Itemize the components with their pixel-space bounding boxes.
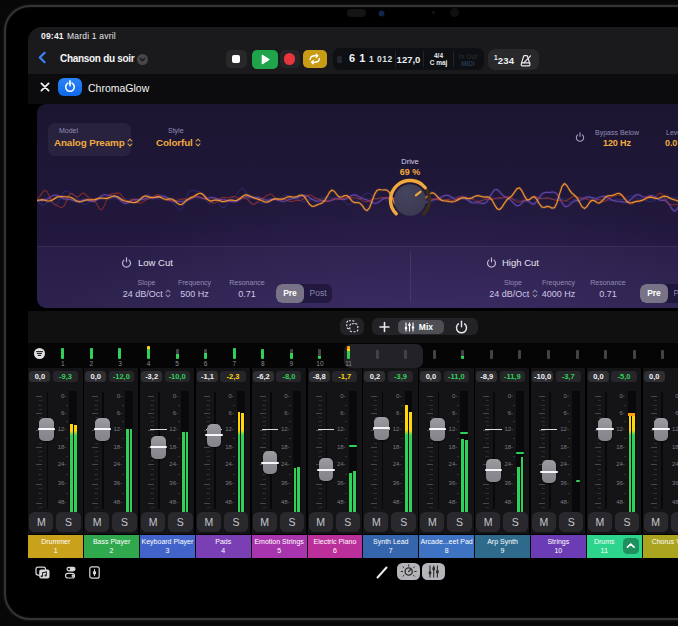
highcut-prepost-segment[interactable]: Pre Post bbox=[640, 284, 678, 303]
track-name-tile[interactable]: Drummer1 bbox=[28, 535, 84, 558]
volume-value[interactable]: -8,9 bbox=[476, 371, 497, 383]
title-dropdown-button[interactable] bbox=[137, 54, 148, 65]
mute-button[interactable]: M bbox=[644, 512, 668, 532]
mute-button[interactable]: M bbox=[29, 512, 53, 532]
plugin-power-button[interactable] bbox=[58, 78, 82, 96]
lowcut-prepost-segment[interactable]: Pre Post bbox=[276, 284, 332, 303]
plugins-icon[interactable] bbox=[64, 566, 77, 579]
mute-button[interactable]: M bbox=[420, 512, 444, 532]
record-button[interactable] bbox=[280, 50, 300, 68]
loops-browser-icon[interactable] bbox=[35, 566, 51, 579]
mute-button[interactable]: M bbox=[532, 512, 556, 532]
lowcut-res-value[interactable]: 0.71 bbox=[212, 289, 282, 299]
close-icon[interactable] bbox=[40, 82, 50, 92]
fader-cap[interactable] bbox=[374, 417, 389, 440]
solo-button[interactable]: S bbox=[280, 512, 305, 532]
style-value[interactable]: Colorful bbox=[156, 137, 201, 148]
fader-cap[interactable] bbox=[430, 418, 445, 441]
mute-button[interactable]: M bbox=[197, 512, 221, 532]
mute-button[interactable]: M bbox=[253, 512, 277, 532]
fader-cap[interactable] bbox=[598, 418, 613, 441]
mute-button[interactable]: M bbox=[476, 512, 500, 532]
fader-cap[interactable] bbox=[207, 424, 222, 447]
level-value[interactable]: 0.0 bbox=[665, 138, 677, 148]
solo-button[interactable]: S bbox=[56, 512, 81, 532]
fader-cap[interactable] bbox=[263, 451, 278, 474]
solo-button[interactable]: S bbox=[671, 512, 678, 532]
mute-button[interactable]: M bbox=[364, 512, 388, 532]
peak-value[interactable]: -1,7 bbox=[332, 371, 357, 383]
fader-panel-icon[interactable] bbox=[89, 566, 100, 579]
mute-button[interactable]: M bbox=[588, 512, 612, 532]
lowcut-pre[interactable]: Pre bbox=[276, 284, 304, 303]
filter-button[interactable] bbox=[34, 348, 45, 359]
countin-metronome-group[interactable]: 1234 bbox=[488, 49, 539, 70]
fader-cap[interactable] bbox=[486, 459, 501, 482]
drive-knob[interactable] bbox=[388, 176, 433, 221]
track-name-tile[interactable]: Electric Piano6 bbox=[308, 535, 364, 558]
bypass-value[interactable]: 120 Hz bbox=[603, 138, 631, 148]
peak-value[interactable]: -5,0 bbox=[611, 371, 636, 383]
play-button[interactable] bbox=[252, 50, 278, 69]
peak-value[interactable]: -3,9 bbox=[388, 371, 413, 383]
back-chevron-icon[interactable] bbox=[36, 51, 49, 64]
track-name-tile[interactable]: Strings10 bbox=[531, 535, 587, 558]
track-power-icon[interactable] bbox=[454, 320, 469, 334]
track-name-tile[interactable]: Arp Synth9 bbox=[475, 535, 531, 558]
peak-value[interactable]: -2,3 bbox=[220, 371, 245, 383]
volume-value[interactable]: -10,0 bbox=[532, 371, 553, 383]
volume-value[interactable]: 0,0 bbox=[588, 371, 609, 383]
volume-value[interactable]: -1,1 bbox=[197, 371, 218, 383]
peak-value[interactable]: -9,3 bbox=[53, 371, 78, 383]
fader-cap[interactable] bbox=[654, 418, 669, 441]
solo-button[interactable]: S bbox=[112, 512, 137, 532]
fader-cap[interactable] bbox=[319, 458, 334, 481]
lowcut-post[interactable]: Post bbox=[304, 284, 332, 303]
bypass-power-icon[interactable] bbox=[575, 132, 585, 142]
solo-button[interactable]: S bbox=[503, 512, 528, 532]
collapse-chevron-button[interactable] bbox=[623, 538, 639, 554]
model-value[interactable]: Analog Preamp bbox=[54, 137, 133, 148]
lowcut-power-icon[interactable] bbox=[121, 257, 132, 268]
mix-toggle-button[interactable]: Mix bbox=[398, 320, 445, 334]
highcut-power-icon[interactable] bbox=[486, 257, 497, 268]
volume-value[interactable]: 0,0 bbox=[29, 371, 50, 383]
pencil-icon[interactable] bbox=[376, 566, 388, 579]
mixer-view-button[interactable] bbox=[422, 563, 446, 580]
stop-button[interactable] bbox=[226, 50, 247, 68]
track-name-tile[interactable]: Bass Player2 bbox=[84, 535, 140, 558]
peak-value[interactable]: -10,0 bbox=[165, 371, 190, 383]
volume-value[interactable]: -3,2 bbox=[141, 371, 162, 383]
track-name-tile[interactable]: Arcade...eet Pad8 bbox=[419, 535, 475, 558]
mute-button[interactable]: M bbox=[309, 512, 333, 532]
fader-cap[interactable] bbox=[95, 418, 110, 441]
volume-value[interactable]: 0,2 bbox=[364, 371, 385, 383]
fader-cap[interactable] bbox=[542, 460, 557, 483]
highcut-res-value[interactable]: 0.71 bbox=[573, 289, 643, 299]
track-name-tile[interactable]: Synth Lead7 bbox=[363, 535, 419, 558]
cycle-button[interactable] bbox=[303, 50, 327, 68]
track-name-tile[interactable]: Keyboard Player3 bbox=[140, 535, 196, 558]
solo-button[interactable]: S bbox=[559, 512, 584, 532]
track-name-tile[interactable]: Drums11 bbox=[587, 535, 643, 558]
tracks-overview-strip[interactable]: 1234567891011 bbox=[28, 343, 678, 368]
smart-controls-button[interactable] bbox=[397, 563, 421, 580]
highcut-pre[interactable]: Pre bbox=[640, 284, 668, 303]
peak-value[interactable]: -8,0 bbox=[276, 371, 301, 383]
add-track-icon[interactable] bbox=[377, 320, 392, 334]
solo-button[interactable]: S bbox=[447, 512, 472, 532]
track-name-tile[interactable]: Chorus V bbox=[643, 535, 678, 558]
volume-value[interactable]: 0,0 bbox=[85, 371, 106, 383]
mute-button[interactable]: M bbox=[141, 512, 165, 532]
solo-button[interactable]: S bbox=[168, 512, 193, 532]
track-name-tile[interactable]: Emotion Strings5 bbox=[252, 535, 308, 558]
mute-button[interactable]: M bbox=[85, 512, 109, 532]
highcut-post[interactable]: Post bbox=[668, 284, 678, 303]
song-title[interactable]: Chanson du soir bbox=[60, 53, 134, 64]
fader-cap[interactable] bbox=[39, 418, 54, 441]
peak-value[interactable]: -12,0 bbox=[109, 371, 134, 383]
peak-value[interactable]: -3,7 bbox=[556, 371, 581, 383]
peak-value[interactable]: -11,0 bbox=[444, 371, 469, 383]
track-name-tile[interactable]: Pads4 bbox=[196, 535, 252, 558]
duplicate-button[interactable] bbox=[340, 318, 364, 335]
